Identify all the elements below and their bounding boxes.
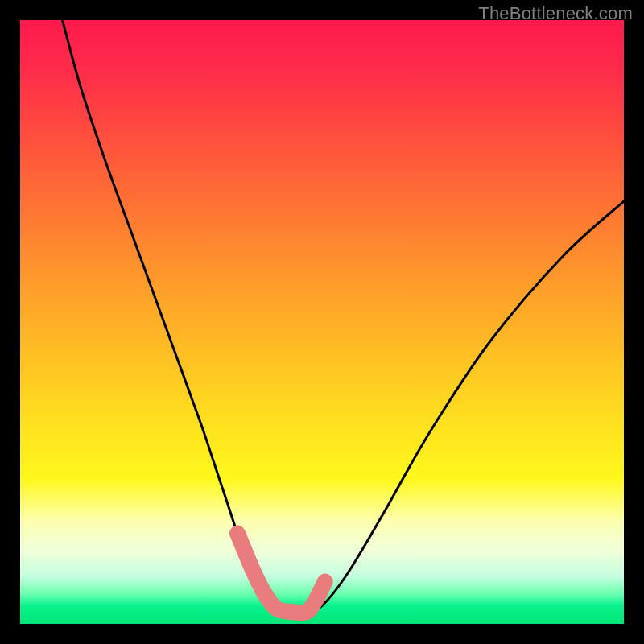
chart-frame: TheBottleneck.com (0, 0, 644, 644)
accent-highlight (20, 20, 624, 624)
watermark-text: TheBottleneck.com (478, 3, 633, 24)
plot-area (20, 20, 624, 624)
